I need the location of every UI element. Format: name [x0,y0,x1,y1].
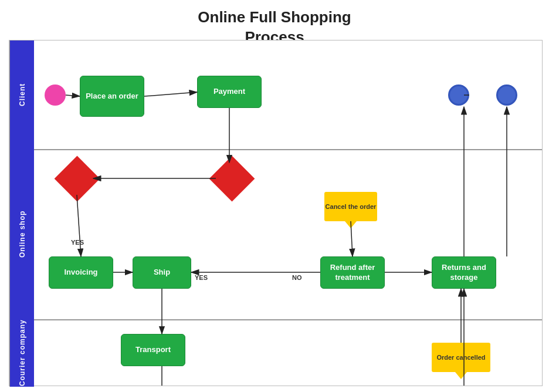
ship-box: Ship [133,256,191,289]
svg-line-2 [144,92,197,96]
payment-box: Payment [197,76,262,108]
end-circle-1 [448,85,469,106]
place-order-box: Place an order [80,76,144,117]
svg-line-5 [77,195,81,256]
yes-label-2: YES [195,274,208,281]
no-label: NO [292,274,302,281]
diamond-left [55,156,100,202]
diagram-area: Client Online shop Courier company Place… [9,40,543,386]
refund-box: Refund after treatment [320,256,385,289]
invoicing-box: Invoicing [49,256,113,289]
yes-label-1: YES [71,239,84,246]
svg-line-1 [66,95,80,96]
lane-divider-1 [9,149,542,150]
lane-label-online: Online shop [9,149,34,319]
lane-label-client: Client [9,40,34,149]
lane-divider-2 [9,319,542,320]
transport-box: Transport [121,334,185,366]
diamond-right [209,156,255,202]
cancel-order-note: Cancel the order [324,192,377,221]
end-circle-2 [496,85,517,106]
lane-label-courier: Courier company [9,319,34,387]
start-circle [45,85,66,106]
page: Online Full ShoppingProcess Client Onlin… [0,0,549,392]
returns-box: Returns and storage [432,256,496,289]
order-cancelled-note: Order cancelled [432,343,490,372]
